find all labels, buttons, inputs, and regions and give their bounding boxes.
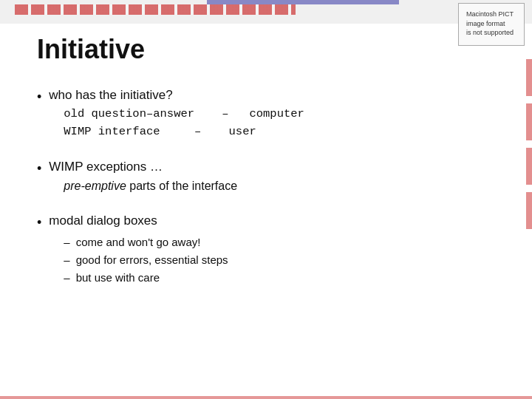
banner-stripe <box>15 4 296 15</box>
bullet-sub-1b: WIMP interface – user <box>64 123 304 141</box>
dash-text-3c: but use with care <box>76 269 160 287</box>
bullet-text-3: modal dialog boxes – come and won't go a… <box>49 211 228 287</box>
slide-content: Initiative • who has the initiative? old… <box>37 27 517 384</box>
top-banner <box>0 0 532 24</box>
bullet-section-1: • who has the initiative? old question–a… <box>37 86 517 141</box>
accent-bar-3 <box>526 148 532 185</box>
accent-bar-1 <box>526 59 532 96</box>
right-accent-bars <box>526 59 532 229</box>
bullet-item-3: • modal dialog boxes – come and won't go… <box>37 211 517 287</box>
dash-item-3a: – come and won't go away! <box>64 233 228 251</box>
bullet-item-2: • WIMP exceptions … pre-emptive parts of… <box>37 157 517 195</box>
bullet-dot-2: • <box>37 159 41 179</box>
dash-item-3b: – good for errors, essential steps <box>64 251 228 269</box>
bottom-line <box>0 396 532 399</box>
bullet-sub-1a: old question–answer – computer <box>64 105 304 123</box>
dash-3c: – <box>64 269 69 287</box>
bullet-sub-2: pre-emptive parts of the interface <box>64 177 237 196</box>
accent-bar-2 <box>526 103 532 140</box>
dash-text-3b: good for errors, essential steps <box>76 251 228 269</box>
bullet-item-1: • who has the initiative? old question–a… <box>37 86 517 141</box>
dash-3a: – <box>64 233 69 251</box>
bullet-dot-1: • <box>37 87 41 107</box>
bullet-section-2: • WIMP exceptions … pre-emptive parts of… <box>37 157 517 195</box>
bullet-dot-3: • <box>37 213 41 233</box>
italic-text: pre-emptive <box>64 180 126 192</box>
dash-list-3: – come and won't go away! – good for err… <box>64 233 228 287</box>
bullet-section-3: • modal dialog boxes – come and won't go… <box>37 211 517 287</box>
dash-3b: – <box>64 251 69 269</box>
slide-title: Initiative <box>37 34 517 65</box>
bullet-text-2: WIMP exceptions … pre-emptive parts of t… <box>49 157 237 195</box>
accent-bar-4 <box>526 192 532 229</box>
bullet-main-3: modal dialog boxes <box>49 211 228 231</box>
bullet-text-1: who has the initiative? old question–ans… <box>49 86 304 141</box>
bullet-main-2: WIMP exceptions … <box>49 157 237 177</box>
bullet-main-1: who has the initiative? <box>49 86 304 105</box>
dash-text-3a: come and won't go away! <box>76 233 201 251</box>
dash-item-3c: – but use with care <box>64 269 228 287</box>
